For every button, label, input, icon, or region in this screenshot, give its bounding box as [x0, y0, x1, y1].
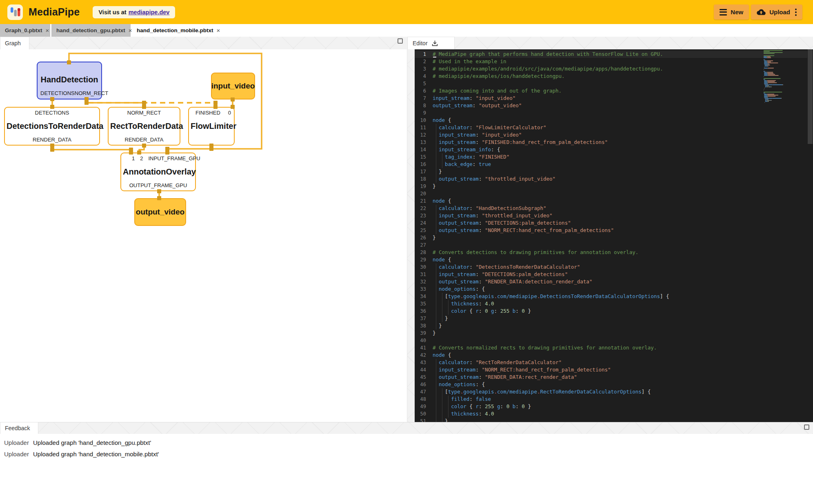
code-line[interactable]: 18 output_stream: "throttled_input_video… — [415, 175, 807, 183]
code-line[interactable]: 41# Converts normalized rects to drawing… — [415, 344, 807, 351]
code-line[interactable]: 43 calculator: "RectToRenderDataCalculat… — [415, 359, 807, 366]
menu-icon — [720, 9, 727, 15]
code-line[interactable]: 23 input_stream: "throttled_input_video" — [415, 212, 807, 219]
port-label: 0 — [228, 110, 231, 116]
code-line[interactable]: 45 output_stream: "RENDER_DATA:rect_rend… — [415, 374, 807, 381]
code-line[interactable]: 9 — [415, 109, 807, 117]
code-line[interactable]: 5 — [415, 80, 807, 87]
code-line[interactable]: 3# mediapipie/examples/android/src/java/… — [415, 65, 807, 73]
line-number: 44 — [415, 366, 433, 374]
minimap[interactable] — [762, 49, 801, 111]
code-line[interactable]: 24 output_stream: "DETECTIONS:palm_detec… — [415, 219, 807, 227]
app-title: MediaPipe — [29, 6, 80, 18]
line-number: 28 — [415, 249, 433, 256]
code-line[interactable]: 31 input_stream: "DETECTIONS:palm_detect… — [415, 271, 807, 278]
code-line[interactable]: 36 color { r: 0 g: 255 b: 0 } — [415, 307, 807, 315]
node-hand-detection[interactable]: HandDetection DETECTIONS NORM_RECT — [37, 62, 102, 99]
code-line[interactable]: 34 [type.googleapis.com/mediapipe.Detect… — [415, 293, 807, 300]
line-number: 24 — [415, 219, 433, 227]
line-number: 10 — [415, 117, 433, 124]
code-editor[interactable]: 1# MediaPipe graph that performs hand de… — [415, 49, 813, 422]
line-number: 6 — [415, 87, 433, 95]
close-icon[interactable]: × — [217, 27, 220, 33]
code-line[interactable]: 21node { — [415, 197, 807, 205]
code-line[interactable]: 51 } — [415, 418, 807, 422]
code-line[interactable]: 38 } — [415, 322, 807, 329]
code-line[interactable]: 40 — [415, 337, 807, 344]
code-line[interactable]: 44 input_stream: "NORM_RECT:hand_rect_fr… — [415, 366, 807, 374]
code-line[interactable]: 8output_stream: "output_video" — [415, 102, 807, 109]
code-line[interactable]: 20 — [415, 190, 807, 197]
code-line[interactable]: 10node { — [415, 117, 807, 124]
code-line[interactable]: 13 input_stream: "FINISHED:hand_rect_fro… — [415, 139, 807, 146]
code-line[interactable]: 50 thickness: 4.0 — [415, 410, 807, 418]
code-line[interactable]: 28# Converts detections to drawing primi… — [415, 249, 807, 256]
code-line[interactable]: 35 thickness: 4.0 — [415, 300, 807, 307]
tab-hand-detection-mobile[interactable]: hand_detection_mobile.pbtxt × — [132, 24, 222, 37]
node-rect-to-render-data[interactable]: NORM_RECT RectToRenderData RENDER_DATA — [108, 107, 180, 146]
download-icon[interactable] — [431, 40, 438, 47]
tab-label: hand_detection_mobile.pbtxt — [137, 27, 213, 33]
mediapipe-dev-link[interactable]: mediapipe.dev — [129, 9, 170, 15]
code-line[interactable]: 22 calculator: "HandDetectionSubgraph" — [415, 205, 807, 212]
code-line[interactable]: 47 [type.googleapis.com/mediapipe.RectTo… — [415, 388, 807, 396]
close-icon[interactable]: × — [46, 27, 49, 33]
code-line[interactable]: 42node { — [415, 351, 807, 359]
code-line[interactable]: 33 node_options: { — [415, 285, 807, 293]
line-number: 29 — [415, 256, 433, 263]
graph-canvas[interactable]: HandDetection DETECTIONS NORM_RECT input… — [0, 49, 407, 422]
code-line[interactable]: 19} — [415, 183, 807, 190]
line-number: 32 — [415, 278, 433, 285]
line-number: 35 — [415, 300, 433, 307]
code-line[interactable]: 11 calculator: "FlowLimiterCalculator" — [415, 124, 807, 131]
node-detections-to-render-data[interactable]: DETECTIONS DetectionsToRenderData RENDER… — [4, 107, 100, 146]
code-line[interactable]: 17 } — [415, 168, 807, 175]
code-line[interactable]: 7input_stream: "input_video" — [415, 95, 807, 102]
code-line[interactable]: 1# MediaPipe graph that performs hand de… — [415, 51, 807, 58]
upload-button[interactable]: Upload — [751, 4, 802, 20]
code-line[interactable]: 25 output_stream: "NORM_RECT:hand_rect_f… — [415, 227, 807, 234]
kebab-menu-icon[interactable] — [795, 9, 797, 16]
line-number: 11 — [415, 124, 433, 131]
tab-graph-0[interactable]: Graph_0.pbtxt × — [0, 24, 50, 37]
code-line[interactable]: 49 color { r: 255 g: 0 b: 0 } — [415, 403, 807, 410]
code-line[interactable]: 27 — [415, 241, 807, 249]
maximize-icon[interactable] — [398, 38, 403, 44]
line-number: 17 — [415, 168, 433, 175]
node-title: FlowLimiter — [191, 122, 232, 131]
code-line[interactable]: 14 input_stream_info: { — [415, 146, 807, 153]
code-line[interactable]: 2# Used in the example in — [415, 58, 807, 65]
editor-tab-label: Editor — [413, 40, 428, 46]
tab-hand-detection-gpu[interactable]: hand_detection_gpu.pbtxt × — [51, 24, 131, 37]
code-line[interactable]: 48 filled: false — [415, 396, 807, 403]
code-line[interactable]: 46 node_options: { — [415, 381, 807, 388]
line-number: 30 — [415, 263, 433, 271]
line-number: 2 — [415, 58, 433, 65]
editor-pane-tab[interactable]: Editor — [407, 37, 455, 49]
node-input-video[interactable]: input_video — [211, 73, 255, 99]
line-number: 4 — [415, 73, 433, 80]
feedback-pane-tab[interactable]: Feedback — [0, 422, 38, 434]
code-line[interactable]: 29node { — [415, 256, 807, 263]
scrollbar-thumb[interactable] — [808, 49, 813, 144]
code-line[interactable]: 15 tag_index: "FINISHED" — [415, 153, 807, 161]
new-button[interactable]: New — [714, 4, 749, 20]
code-line[interactable]: 32 output_stream: "RENDER_DATA:detection… — [415, 278, 807, 285]
code-line[interactable]: 6# Images coming into and out of the gra… — [415, 87, 807, 95]
editor-scrollbar[interactable] — [807, 49, 813, 422]
node-flow-limiter[interactable]: FINISHED 0 FlowLimiter — [188, 107, 235, 146]
code-lines[interactable]: 1# MediaPipe graph that performs hand de… — [415, 51, 807, 422]
node-annotation-overlay[interactable]: 1 2 INPUT_FRAME_GPU AnnotationOverlay OU… — [120, 153, 196, 191]
graph-pane-tab[interactable]: Graph — [0, 37, 29, 49]
code-line[interactable]: 4# mediapipie/examples/ios/handdetection… — [415, 73, 807, 80]
port-label: 2 — [140, 155, 143, 161]
code-line[interactable]: 37 } — [415, 315, 807, 322]
code-line[interactable]: 26} — [415, 234, 807, 241]
line-number: 41 — [415, 344, 433, 351]
node-output-video[interactable]: output_video — [134, 198, 186, 226]
line-number: 42 — [415, 351, 433, 359]
code-line[interactable]: 16 back_edge: true — [415, 161, 807, 168]
code-line[interactable]: 39} — [415, 329, 807, 337]
code-line[interactable]: 12 input_stream: "input_video" — [415, 131, 807, 139]
code-line[interactable]: 30 calculator: "DetectionsToRenderDataCa… — [415, 263, 807, 271]
